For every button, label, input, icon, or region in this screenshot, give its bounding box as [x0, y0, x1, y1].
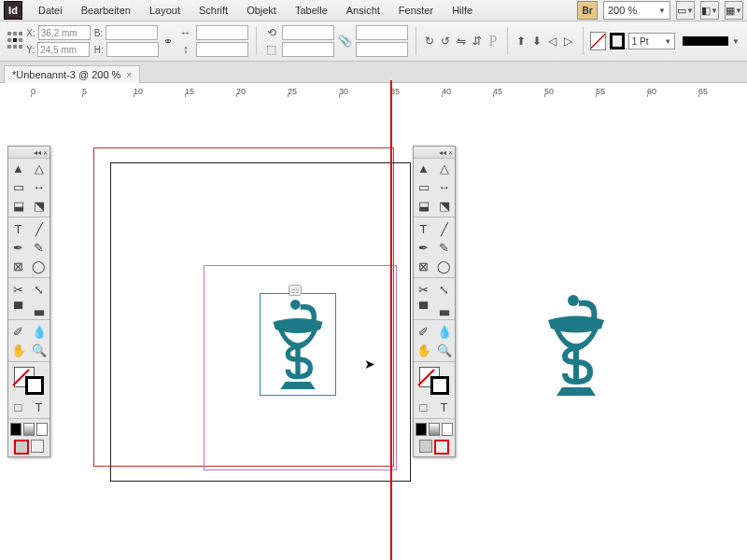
note-tool[interactable]: ✐ — [8, 322, 28, 341]
rectangle-frame-tool[interactable]: ⊠ — [8, 257, 28, 275]
select-container-icon[interactable]: ⬆ — [514, 34, 527, 49]
rotate-cw-icon[interactable]: ↻ — [423, 34, 435, 49]
zoom-tool[interactable]: 🔍 — [434, 341, 454, 359]
view-options-icon[interactable]: ▭▼ — [676, 1, 695, 20]
apply-none-icon[interactable] — [442, 423, 453, 436]
pen-tool[interactable]: ✒ — [8, 238, 28, 257]
panel-header[interactable]: ◂◂× — [414, 147, 455, 159]
placeholder-text-icon[interactable]: P — [487, 34, 500, 49]
apply-color-icon[interactable] — [416, 423, 427, 436]
apply-gradient-icon[interactable] — [23, 423, 35, 436]
preview-view-mode-icon[interactable] — [434, 440, 449, 455]
gap-tool[interactable]: ↔ — [434, 177, 454, 196]
gradient-feather-tool[interactable]: ▃ — [29, 299, 49, 317]
clip-1-input[interactable] — [356, 25, 408, 40]
stroke-color-icon[interactable] — [25, 376, 44, 395]
direct-selection-tool[interactable]: △ — [29, 159, 49, 177]
stroke-color-icon[interactable] — [430, 376, 449, 395]
gradient-swatch-tool[interactable]: ▀ — [414, 299, 433, 317]
scale-y-input[interactable] — [196, 42, 248, 57]
apply-gradient-icon[interactable] — [429, 423, 440, 436]
ellipse-tool[interactable]: ◯ — [29, 257, 49, 275]
menu-tabelle[interactable]: Tabelle — [287, 2, 336, 19]
formatting-container-icon[interactable]: □ — [8, 398, 28, 416]
pen-tool[interactable]: ✒ — [414, 238, 433, 257]
fill-stroke-swatch[interactable] — [10, 367, 48, 395]
pencil-tool[interactable]: ✎ — [29, 238, 49, 257]
y-input[interactable]: 24,5 mm — [37, 42, 90, 57]
close-icon[interactable]: × — [43, 148, 48, 157]
content-collector-tool[interactable]: ⬓ — [8, 196, 28, 215]
constrain-icon[interactable]: ⚭ — [162, 34, 175, 49]
flip-h-icon[interactable]: ⇋ — [455, 34, 467, 49]
formatting-text-icon[interactable]: T — [434, 398, 454, 416]
note-tool[interactable]: ✐ — [414, 322, 433, 341]
document-tab[interactable]: *Unbenannt-3 @ 200 % × — [4, 65, 140, 83]
select-prev-icon[interactable]: ◁ — [546, 34, 558, 49]
type-tool[interactable]: T — [8, 219, 28, 238]
width-input[interactable] — [106, 25, 158, 40]
zoom-level-select[interactable]: 200 %▼ — [603, 1, 670, 20]
select-next-icon[interactable]: ▷ — [562, 34, 574, 49]
type-tool[interactable]: T — [414, 219, 433, 238]
direct-selection-tool[interactable]: △ — [434, 159, 454, 177]
menu-bearbeiten[interactable]: Bearbeiten — [73, 2, 139, 19]
free-transform-tool[interactable]: ⤡ — [434, 280, 454, 299]
content-placer-tool[interactable]: ⬔ — [29, 196, 49, 215]
menu-schrift[interactable]: Schrift — [190, 2, 236, 19]
menu-ansicht[interactable]: Ansicht — [338, 2, 388, 19]
content-collector-tool[interactable]: ⬓ — [414, 196, 433, 215]
formatting-text-icon[interactable]: T — [29, 398, 49, 416]
apply-color-icon[interactable] — [10, 423, 21, 436]
line-tool[interactable]: ╱ — [434, 219, 454, 238]
page-tool[interactable]: ▭ — [8, 177, 28, 196]
fill-stroke-swatch[interactable] — [416, 367, 453, 395]
rotate-ccw-icon[interactable]: ↺ — [439, 34, 451, 49]
menu-hilfe[interactable]: Hilfe — [444, 2, 481, 19]
shear-input[interactable] — [282, 42, 334, 57]
arrange-documents-icon[interactable]: ▦▼ — [725, 1, 743, 20]
scissors-tool[interactable]: ✂ — [8, 280, 28, 299]
close-icon[interactable]: × — [126, 70, 132, 80]
bridge-icon[interactable]: Br — [577, 1, 598, 20]
gap-tool[interactable]: ↔ — [29, 177, 49, 196]
selection-tool[interactable]: ▲ — [8, 159, 28, 177]
rectangle-frame-tool[interactable]: ⊠ — [414, 257, 433, 275]
screen-mode-icon[interactable]: ◧▼ — [700, 1, 719, 20]
placed-graphic-frame[interactable]: ⚏ — [260, 293, 336, 396]
canvas[interactable]: ⚏ ➤ — [17, 97, 747, 560]
panel-header[interactable]: ◂◂× — [8, 147, 49, 159]
menu-datei[interactable]: Datei — [30, 2, 71, 19]
apply-none-icon[interactable] — [36, 423, 48, 436]
collapse-icon[interactable]: ◂◂ — [439, 148, 446, 157]
eyedropper-tool[interactable]: 💧 — [29, 322, 49, 341]
scale-x-input[interactable] — [196, 25, 248, 40]
normal-view-mode-icon[interactable] — [419, 440, 432, 453]
spine-guide[interactable] — [390, 80, 392, 560]
close-icon[interactable]: × — [448, 148, 453, 157]
menu-layout[interactable]: Layout — [141, 2, 189, 19]
pencil-tool[interactable]: ✎ — [434, 238, 454, 257]
x-input[interactable]: 36,2 mm — [38, 25, 91, 40]
scissors-tool[interactable]: ✂ — [414, 280, 433, 299]
gradient-feather-tool[interactable]: ▃ — [434, 299, 454, 317]
stroke-style-preview[interactable] — [683, 36, 728, 46]
stroke-swatch-icon[interactable] — [610, 33, 625, 49]
collapse-icon[interactable]: ◂◂ — [34, 148, 41, 157]
clip-icon[interactable]: 📎 — [338, 34, 352, 49]
gradient-swatch-tool[interactable]: ▀ — [8, 299, 28, 317]
ellipse-tool[interactable]: ◯ — [434, 257, 454, 275]
fill-swatch-icon[interactable] — [590, 32, 606, 50]
hand-tool[interactable]: ✋ — [8, 341, 28, 359]
select-content-icon[interactable]: ⬇ — [530, 34, 543, 49]
clip-2-input[interactable] — [356, 42, 408, 57]
formatting-container-icon[interactable]: □ — [414, 398, 433, 416]
page-tool[interactable]: ▭ — [414, 177, 433, 196]
menu-fenster[interactable]: Fenster — [390, 2, 442, 19]
zoom-tool[interactable]: 🔍 — [29, 341, 49, 359]
hand-tool[interactable]: ✋ — [414, 341, 433, 359]
selection-tool[interactable]: ▲ — [414, 159, 433, 177]
stroke-weight-select[interactable]: 1 Pt▼ — [628, 33, 675, 49]
eyedropper-tool[interactable]: 💧 — [434, 322, 454, 341]
line-tool[interactable]: ╱ — [29, 219, 49, 238]
